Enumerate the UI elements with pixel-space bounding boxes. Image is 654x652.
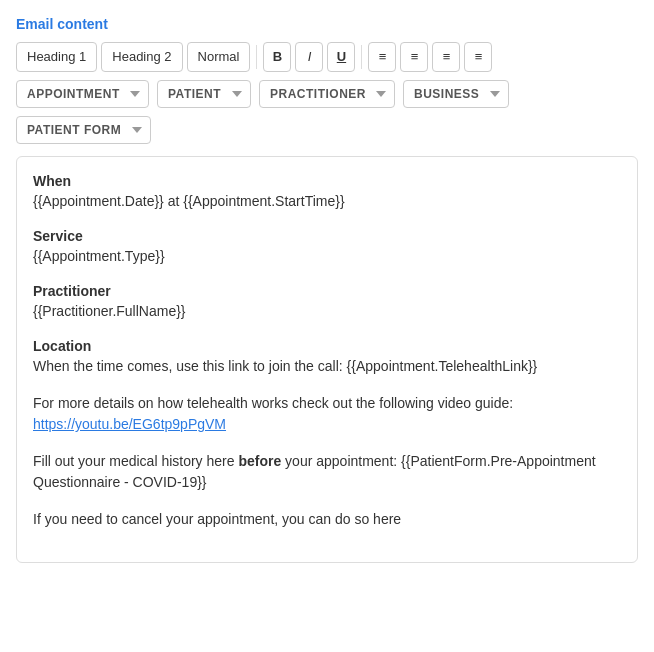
location-block: Location When the time comes, use this l… bbox=[33, 338, 621, 377]
location-heading: Location bbox=[33, 338, 621, 354]
telehealth-body: For more details on how telehealth works… bbox=[33, 393, 621, 435]
content-area[interactable]: When {{Appointment.Date}} at {{Appointme… bbox=[16, 156, 638, 563]
cancel-block: If you need to cancel your appointment, … bbox=[33, 509, 621, 530]
section-title: Email content bbox=[16, 16, 638, 32]
practitioner-dropdown[interactable]: PRACTITIONER bbox=[259, 80, 395, 108]
patient-dropdown[interactable]: PATIENT bbox=[157, 80, 251, 108]
medical-body: Fill out your medical history here befor… bbox=[33, 451, 621, 493]
service-heading: Service bbox=[33, 228, 621, 244]
medical-bold: before bbox=[238, 453, 281, 469]
ordered-list-button[interactable]: ≡ bbox=[400, 42, 428, 72]
underline-button[interactable]: U bbox=[327, 42, 355, 72]
telehealth-block: For more details on how telehealth works… bbox=[33, 393, 621, 435]
normal-button[interactable]: Normal bbox=[187, 42, 251, 72]
unordered-list-button[interactable]: ≡ bbox=[368, 42, 396, 72]
telehealth-link[interactable]: https://youtu.be/EG6tp9pPgVM bbox=[33, 416, 226, 432]
dropdown-row-2: PATIENT FORM bbox=[16, 116, 638, 144]
telehealth-prefix: For more details on how telehealth works… bbox=[33, 395, 513, 411]
indent-icon: ≡ bbox=[443, 49, 451, 64]
italic-button[interactable]: I bbox=[295, 42, 323, 72]
heading2-button[interactable]: Heading 2 bbox=[101, 42, 182, 72]
outdent-icon: ≡ bbox=[475, 49, 483, 64]
practitioner-body: {{Practitioner.FullName}} bbox=[33, 301, 621, 322]
appointment-dropdown[interactable]: APPOINTMENT bbox=[16, 80, 149, 108]
bold-button[interactable]: B bbox=[263, 42, 291, 72]
practitioner-heading: Practitioner bbox=[33, 283, 621, 299]
dropdown-row-1: APPOINTMENT PATIENT PRACTITIONER BUSINES… bbox=[16, 80, 638, 108]
service-body: {{Appointment.Type}} bbox=[33, 246, 621, 267]
cancel-body: If you need to cancel your appointment, … bbox=[33, 509, 621, 530]
when-block: When {{Appointment.Date}} at {{Appointme… bbox=[33, 173, 621, 212]
toolbar-divider-1 bbox=[256, 45, 257, 69]
outdent-button[interactable]: ≡ bbox=[464, 42, 492, 72]
toolbar-divider-2 bbox=[361, 45, 362, 69]
practitioner-block: Practitioner {{Practitioner.FullName}} bbox=[33, 283, 621, 322]
unordered-list-icon: ≡ bbox=[379, 49, 387, 64]
indent-button[interactable]: ≡ bbox=[432, 42, 460, 72]
medical-prefix: Fill out your medical history here bbox=[33, 453, 238, 469]
ordered-list-icon: ≡ bbox=[411, 49, 419, 64]
location-body1: When the time comes, use this link to jo… bbox=[33, 356, 621, 377]
service-block: Service {{Appointment.Type}} bbox=[33, 228, 621, 267]
when-heading: When bbox=[33, 173, 621, 189]
toolbar: Heading 1 Heading 2 Normal B I U ≡ ≡ ≡ ≡ bbox=[16, 42, 638, 72]
medical-block: Fill out your medical history here befor… bbox=[33, 451, 621, 493]
when-body: {{Appointment.Date}} at {{Appointment.St… bbox=[33, 191, 621, 212]
patient-form-dropdown[interactable]: PATIENT FORM bbox=[16, 116, 151, 144]
heading1-button[interactable]: Heading 1 bbox=[16, 42, 97, 72]
business-dropdown[interactable]: BUSINESS bbox=[403, 80, 509, 108]
